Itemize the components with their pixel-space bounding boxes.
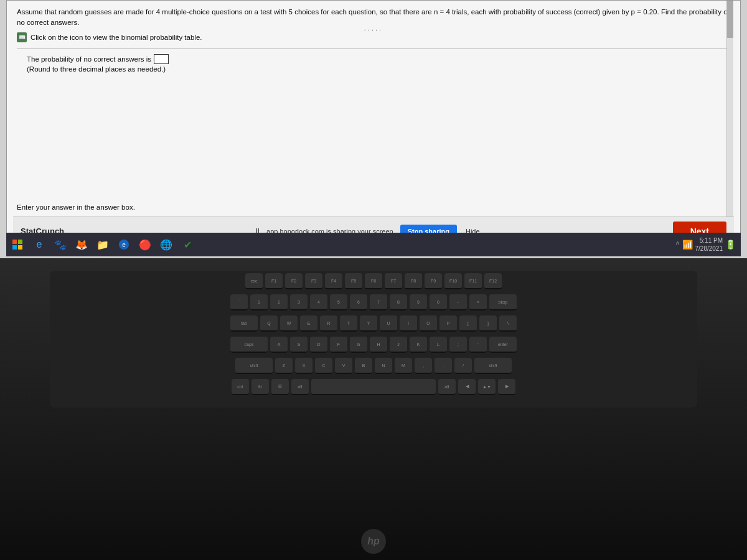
taskbar-icon-check[interactable]: ✔ [178,235,197,254]
key-9[interactable]: 9 [410,294,427,310]
key-f3[interactable]: F3 [305,273,322,289]
key-j[interactable]: J [390,337,407,353]
key-f9[interactable]: F9 [425,273,442,289]
start-button[interactable] [9,236,26,253]
round-note: (Round to three decimal places as needed… [27,65,720,73]
key-semicolon[interactable]: ; [449,337,467,353]
key-q[interactable]: Q [260,315,278,332]
key-quote[interactable]: ' [469,337,487,353]
taskbar-icon-red-circle[interactable]: 🔴 [136,235,154,254]
key-caps[interactable]: caps [230,337,268,353]
key-d[interactable]: D [310,337,327,353]
key-slash[interactable]: / [454,358,472,374]
key-f11[interactable]: F11 [464,273,482,289]
answer-input[interactable] [154,54,169,64]
key-o[interactable]: O [420,315,437,332]
key-c[interactable]: C [315,358,332,374]
vertical-divider [726,1,727,231]
key-s[interactable]: S [290,337,308,353]
key-z[interactable]: Z [275,358,293,374]
key-arrow-left[interactable]: ◀ [458,379,476,395]
key-esc[interactable]: esc [245,273,263,289]
key-7[interactable]: 7 [370,294,387,310]
key-0[interactable]: 0 [430,294,447,310]
key-2[interactable]: 2 [270,294,288,310]
taskbar-arrow[interactable]: ^ [676,240,680,249]
key-u[interactable]: U [380,315,397,332]
scrollbar[interactable] [727,1,733,231]
time-display: 5:11 PM [695,236,723,245]
key-shift-l[interactable]: shift [235,358,273,374]
key-period[interactable]: . [435,358,452,374]
key-bracket-r[interactable]: ] [479,315,497,332]
key-enter[interactable]: enter [489,337,517,353]
key-f12[interactable]: F12 [484,273,502,289]
key-row-1: esc F1 F2 F3 F4 F5 F6 F7 F8 F9 F10 F11 F… [50,271,697,292]
key-4[interactable]: 4 [310,294,327,310]
key-k[interactable]: K [410,337,427,353]
key-comma[interactable]: , [415,358,432,374]
key-row-6: ctrl fn ⊞ alt alt ◀ ▲▼ ▶ [50,376,697,398]
key-alt-l[interactable]: alt [291,379,309,395]
click-link-text[interactable]: Click on the icon to view the binomial p… [31,34,202,41]
key-ctrl-l[interactable]: ctrl [232,379,249,395]
taskbar-icon-folder[interactable]: 📁 [93,235,112,254]
answer-label: The probability of no correct answers is [27,54,720,64]
key-1[interactable]: 1 [250,294,268,310]
key-f1[interactable]: F1 [265,273,283,289]
taskbar-icon-edge[interactable]: e [30,235,49,254]
key-arrow-up-down[interactable]: ▲▼ [478,379,496,395]
svg-rect-0 [12,240,17,244]
key-b[interactable]: B [355,358,372,374]
key-i[interactable]: I [400,315,417,332]
key-f4[interactable]: F4 [325,273,342,289]
key-8[interactable]: 8 [390,294,407,310]
key-5[interactable]: 5 [330,294,347,310]
key-6[interactable]: 6 [350,294,367,310]
key-x[interactable]: X [295,358,312,374]
answer-section: The probability of no correct answers is… [17,54,730,73]
key-p[interactable]: P [439,315,457,332]
svg-rect-2 [12,245,17,250]
key-n[interactable]: N [375,358,392,374]
key-g[interactable]: G [350,337,367,353]
key-h[interactable]: H [370,337,387,353]
key-f10[interactable]: F10 [444,273,462,289]
key-alt-r[interactable]: alt [438,379,456,395]
book-icon[interactable]: 📖 [17,32,27,42]
key-shift-r[interactable]: shift [474,358,512,374]
key-win[interactable]: ⊞ [271,379,289,395]
taskbar-icon-paw[interactable]: 🐾 [51,235,70,254]
key-t[interactable]: T [340,315,357,332]
key-f8[interactable]: F8 [405,273,422,289]
key-arrow-right[interactable]: ▶ [498,379,515,395]
key-w[interactable]: W [280,315,298,332]
key-space[interactable] [311,379,436,395]
key-backslash[interactable]: \ [499,315,517,332]
taskbar-battery-icon: 🔋 [725,240,736,250]
key-y[interactable]: Y [360,315,377,332]
key-f5[interactable]: F5 [345,273,362,289]
key-tab[interactable]: tab [230,315,258,332]
key-f[interactable]: F [330,337,347,353]
key-a[interactable]: A [270,337,288,353]
key-l[interactable]: L [430,337,447,353]
key-e[interactable]: E [300,315,317,332]
taskbar-icon-firefox[interactable]: 🦊 [72,235,91,254]
key-fn[interactable]: fn [251,379,269,395]
key-backspace[interactable]: bksp [489,294,517,310]
key-f2[interactable]: F2 [285,273,303,289]
key-backtick[interactable]: ` [230,294,248,310]
key-bracket-l[interactable]: [ [459,315,477,332]
key-f7[interactable]: F7 [385,273,402,289]
taskbar-icon-blue[interactable]: e [115,235,133,254]
key-f6[interactable]: F6 [365,273,382,289]
key-m[interactable]: M [395,358,412,374]
key-minus[interactable]: - [449,294,467,310]
taskbar-icon-globe[interactable]: 🌐 [157,235,176,254]
key-v[interactable]: V [335,358,352,374]
key-equals[interactable]: = [469,294,487,310]
key-3[interactable]: 3 [290,294,308,310]
key-r[interactable]: R [320,315,337,332]
scrollbar-thumb[interactable] [727,1,733,38]
